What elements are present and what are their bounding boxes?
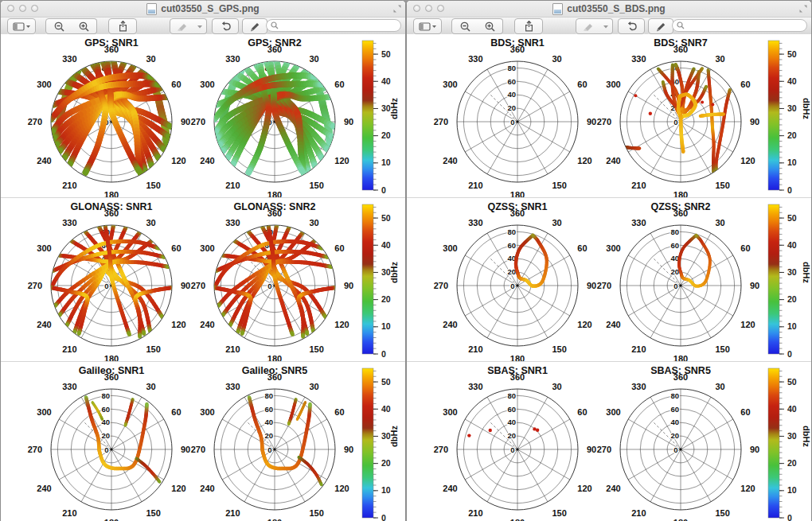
- azimuth-label: 30: [716, 218, 725, 227]
- azimuth-label: 240: [200, 156, 214, 165]
- share-button[interactable]: [108, 18, 137, 34]
- azimuth-label: 120: [334, 484, 349, 493]
- snr-colorbar: 01020304050dbHz: [763, 34, 811, 198]
- elevation-ring-label: 60: [264, 405, 273, 414]
- elevation-ring-label: 20: [670, 267, 679, 276]
- elevation-center-label: 0: [510, 445, 514, 454]
- azimuth-label: 210: [631, 344, 646, 354]
- fullscreen-icon[interactable]: [393, 5, 401, 13]
- azimuth-label: 300: [606, 407, 620, 417]
- view-menu-button[interactable]: [413, 18, 442, 34]
- annotate-button[interactable]: [170, 18, 195, 34]
- snr-dot: [467, 434, 470, 437]
- snr-dot: [711, 103, 714, 107]
- annotate-button[interactable]: [576, 18, 601, 34]
- center-marker: [274, 449, 276, 451]
- preview-window-gps: cut03550_S_GPS.png: [0, 0, 406, 521]
- azimuth-label: 330: [631, 382, 646, 391]
- image-content-gps: GPS: SNR13603060901201501802102402703003…: [1, 34, 405, 521]
- azimuth-label: 180: [673, 518, 688, 521]
- markup-toolbar-button[interactable]: [648, 18, 673, 34]
- zoom-in-button[interactable]: [477, 18, 503, 34]
- rotate-left-button[interactable]: [618, 18, 645, 34]
- colorbar-tick-label: 10: [381, 485, 391, 495]
- azimuth-label: 270: [434, 445, 448, 454]
- snr-colorbar: 01020304050dbHz: [763, 362, 811, 521]
- desktop: cut03550_S_GPS.png: [0, 0, 812, 521]
- polar-grid: QZSS: SNR1360306090120150180210240270300…: [434, 201, 597, 362]
- azimuth-label: 30: [552, 218, 562, 227]
- azimuth-label: 270: [28, 281, 42, 290]
- plot-row: BDS: SNR13603060901201501802102402703003…: [407, 34, 811, 197]
- zoom-out-button[interactable]: [451, 18, 478, 34]
- azimuth-label: 360: [510, 372, 525, 382]
- polar-grid: QZSS: SNR2360306090120150180210240270300…: [597, 201, 760, 362]
- document-proxy-icon[interactable]: [552, 3, 563, 15]
- azimuth-label: 300: [606, 243, 620, 253]
- search-field[interactable]: [672, 19, 807, 32]
- annotate-dropdown-button[interactable]: [599, 18, 613, 34]
- markup-toolbar-button[interactable]: [242, 18, 267, 34]
- center-marker: [517, 449, 519, 451]
- azimuth-label: 360: [267, 208, 282, 218]
- titlebar[interactable]: cut03550_S_GPS.png: [1, 1, 405, 17]
- azimuth-label: 360: [510, 208, 525, 218]
- azimuth-label: 60: [334, 243, 344, 253]
- azimuth-label: 330: [468, 218, 482, 227]
- skyplot-panel: SBAS: SNR5360306090120150180210240270300…: [596, 362, 765, 521]
- colorbar-tick-label: 20: [787, 130, 797, 140]
- azimuth-label: 240: [37, 484, 51, 493]
- zoom-in-button[interactable]: [71, 18, 97, 34]
- azimuth-label: 150: [310, 181, 324, 190]
- rotate-left-button[interactable]: [212, 18, 239, 34]
- azimuth-label: 210: [225, 344, 240, 354]
- azimuth-label: 300: [37, 243, 51, 253]
- polar-grid: SBAS: SNR5360306090120150180210240270300…: [597, 365, 760, 521]
- azimuth-label: 90: [181, 117, 190, 126]
- colorbar-tick-label: 0: [381, 349, 386, 359]
- share-button[interactable]: [514, 18, 543, 34]
- titlebar[interactable]: cut03550_S_BDS.png: [407, 1, 811, 17]
- azimuth-label: 210: [468, 344, 482, 354]
- marker-pen-icon: [177, 22, 188, 31]
- azimuth-label: 240: [37, 320, 51, 329]
- azimuth-label: 210: [631, 508, 646, 518]
- azimuth-label: 360: [673, 372, 688, 382]
- colorbar-tick-label: 10: [787, 321, 797, 331]
- search-input[interactable]: [279, 21, 400, 30]
- azimuth-label: 60: [740, 243, 750, 253]
- annotate-dropdown-button[interactable]: [193, 18, 207, 34]
- azimuth-label: 30: [552, 54, 562, 64]
- azimuth-label: 60: [334, 407, 344, 417]
- share-icon: [118, 21, 128, 32]
- azimuth-label: 240: [606, 320, 620, 329]
- center-marker: [517, 121, 519, 123]
- azimuth-label: 360: [267, 45, 282, 54]
- azimuth-label: 90: [587, 117, 596, 126]
- sidebar-view-icon: [419, 22, 436, 31]
- document-proxy-icon[interactable]: [146, 3, 157, 15]
- azimuth-label: 270: [434, 281, 448, 290]
- zoom-out-button[interactable]: [45, 18, 72, 34]
- azimuth-label: 120: [577, 156, 591, 165]
- fullscreen-icon[interactable]: [799, 5, 807, 13]
- search-input[interactable]: [685, 21, 806, 30]
- elevation-ring-label: 40: [507, 90, 516, 99]
- view-menu-button[interactable]: [7, 18, 36, 34]
- elevation-ring-label: 40: [507, 418, 516, 426]
- azimuth-label: 360: [673, 208, 688, 218]
- search-field[interactable]: [266, 19, 401, 32]
- colorbar-tick-label: 20: [381, 458, 391, 468]
- azimuth-label: 30: [146, 382, 156, 391]
- azimuth-label: 60: [171, 407, 181, 417]
- azimuth-label: 60: [740, 80, 750, 89]
- snr-colorbar: 01020304050dbHz: [763, 198, 811, 362]
- azimuth-label: 300: [200, 80, 214, 89]
- colorbar-tick-label: 10: [381, 157, 391, 167]
- azimuth-label: 330: [631, 218, 646, 227]
- elevation-center-label: 0: [510, 118, 514, 126]
- sidebar-view-icon: [13, 22, 30, 31]
- chevron-down-icon: [603, 25, 609, 29]
- azimuth-label: 300: [37, 80, 51, 89]
- elevation-ring-label: 20: [101, 431, 110, 440]
